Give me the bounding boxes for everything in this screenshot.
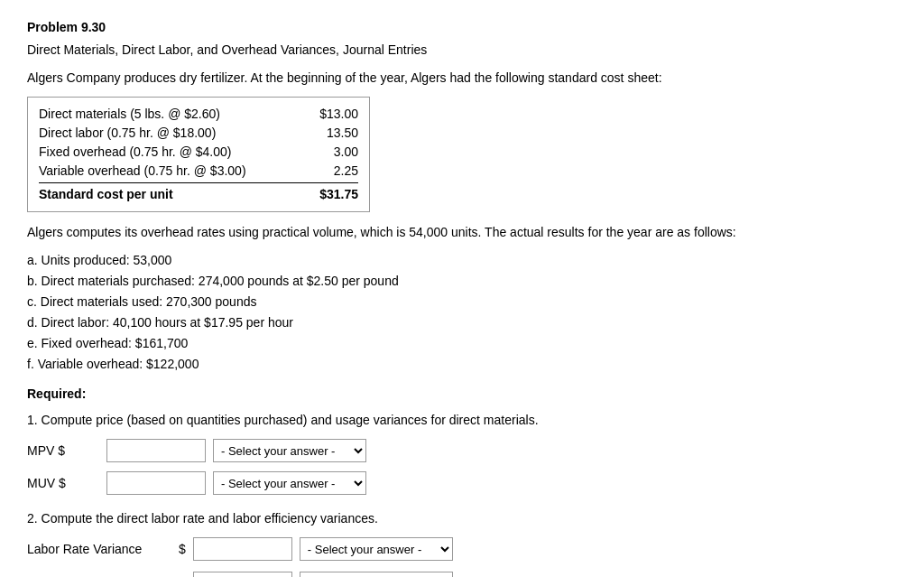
mpv-row: MPV $ - Select your answer - Favorable U… <box>27 439 897 462</box>
question-2-label: 2. Compute the direct labor rate and lab… <box>27 509 897 528</box>
labor-rate-label: Labor Rate Variance <box>27 540 171 559</box>
muv-row: MUV $ - Select your answer - Favorable U… <box>27 471 897 495</box>
cost-label-variable: Variable overhead (0.75 hr. @ $3.00) <box>39 162 246 181</box>
actual-result-c: c. Direct materials used: 270,300 pounds <box>27 293 897 312</box>
labor-efficiency-label: Labor Efficiency Variance <box>27 574 171 578</box>
question-1-label: 1. Compute price (based on quantities pu… <box>27 411 897 430</box>
cost-value-total: $31.75 <box>304 185 358 204</box>
problem-intro: Algers Company produces dry fertilizer. … <box>27 69 897 88</box>
cost-value-materials: $13.00 <box>304 105 358 124</box>
cost-row-total: Standard cost per unit $31.75 <box>39 182 358 204</box>
labor-efficiency-row: Labor Efficiency Variance $ - Select you… <box>27 572 897 577</box>
overhead-note: Algers computes its overhead rates using… <box>27 223 897 242</box>
question-1-section: 1. Compute price (based on quantities pu… <box>27 411 897 495</box>
muv-select[interactable]: - Select your answer - Favorable Unfavor… <box>213 471 366 495</box>
cost-value-labor: 13.50 <box>304 124 358 143</box>
mpv-select[interactable]: - Select your answer - Favorable Unfavor… <box>213 439 366 462</box>
labor-efficiency-dollar: $ <box>179 574 186 578</box>
actual-result-e: e. Fixed overhead: $161,700 <box>27 334 897 353</box>
mpv-label: MPV $ <box>27 442 99 461</box>
actual-result-a: a. Units produced: 53,000 <box>27 251 897 270</box>
labor-rate-amount-input[interactable] <box>193 537 292 561</box>
labor-rate-select[interactable]: - Select your answer - Favorable Unfavor… <box>300 537 453 561</box>
cost-label-total: Standard cost per unit <box>39 185 173 204</box>
cost-label-labor: Direct labor (0.75 hr. @ $18.00) <box>39 124 216 143</box>
cost-label-materials: Direct materials (5 lbs. @ $2.60) <box>39 105 220 124</box>
cost-value-fixed: 3.00 <box>304 143 358 162</box>
actual-result-b: b. Direct materials purchased: 274,000 p… <box>27 272 897 291</box>
question-2-section: 2. Compute the direct labor rate and lab… <box>27 509 897 577</box>
muv-amount-input[interactable] <box>106 471 206 495</box>
muv-label: MUV $ <box>27 474 99 493</box>
actual-results-section: a. Units produced: 53,000 b. Direct mate… <box>27 251 897 374</box>
cost-row-fixed: Fixed overhead (0.75 hr. @ $4.00) 3.00 <box>39 143 358 162</box>
problem-title: Problem 9.30 <box>27 18 897 37</box>
labor-efficiency-amount-input[interactable] <box>193 572 292 577</box>
cost-sheet-table: Direct materials (5 lbs. @ $2.60) $13.00… <box>27 97 370 212</box>
mpv-amount-input[interactable] <box>106 439 206 462</box>
actual-result-d: d. Direct labor: 40,100 hours at $17.95 … <box>27 313 897 332</box>
cost-row-variable: Variable overhead (0.75 hr. @ $3.00) 2.2… <box>39 162 358 181</box>
cost-row-labor: Direct labor (0.75 hr. @ $18.00) 13.50 <box>39 124 358 143</box>
cost-label-fixed: Fixed overhead (0.75 hr. @ $4.00) <box>39 143 231 162</box>
cost-row-materials: Direct materials (5 lbs. @ $2.60) $13.00 <box>39 105 358 124</box>
actual-result-f: f. Variable overhead: $122,000 <box>27 355 897 374</box>
labor-efficiency-select[interactable]: - Select your answer - Favorable Unfavor… <box>300 572 453 577</box>
problem-subtitle: Direct Materials, Direct Labor, and Over… <box>27 41 897 60</box>
labor-rate-row: Labor Rate Variance $ - Select your answ… <box>27 537 897 561</box>
required-label: Required: <box>27 385 897 404</box>
labor-rate-dollar: $ <box>179 540 186 559</box>
cost-value-variable: 2.25 <box>304 162 358 181</box>
